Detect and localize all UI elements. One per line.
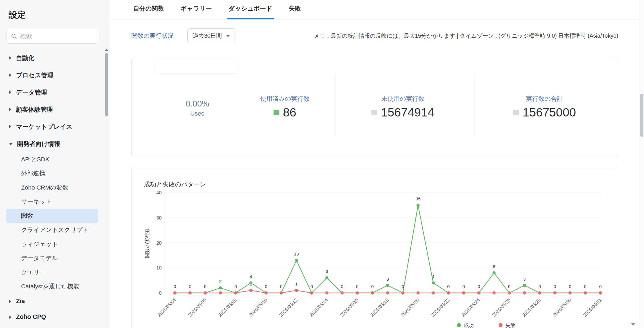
sidebar-subitem-functions[interactable]: 関数 xyxy=(6,209,98,223)
sidebar-item-customer-experience[interactable]: 顧客体験管理 xyxy=(0,101,109,118)
tab-bar: 自分の関数 ギャラリー ダッシュボード 失敗 xyxy=(109,0,644,19)
search-box[interactable] xyxy=(7,29,98,44)
chevron-right-icon xyxy=(9,73,11,77)
sidebar-subitem-api-sdk[interactable]: APIとSDK xyxy=(0,152,109,166)
svg-text:2025/05/10: 2025/05/10 xyxy=(248,297,268,317)
chart-title: 成功と失敗のパターン xyxy=(144,180,206,188)
svg-text:4: 4 xyxy=(432,274,435,279)
tab-failures[interactable]: 失敗 xyxy=(287,4,303,19)
svg-text:関数の実行数: 関数の実行数 xyxy=(144,228,150,258)
sidebar-item-automation[interactable]: 自動化 xyxy=(0,49,109,67)
page-scrollbar-thumb[interactable] xyxy=(640,94,643,137)
svg-text:0: 0 xyxy=(371,284,374,289)
sidebar-subitem-label: サーキット xyxy=(21,198,52,206)
chevron-right-icon xyxy=(9,108,11,111)
tab-dashboard[interactable]: ダッシュボード xyxy=(227,4,274,19)
tab-label: 自分の関数 xyxy=(133,5,164,12)
sidebar-subitem-widgets[interactable]: ウィジェット xyxy=(0,237,109,251)
controls-row: 関数の実行状況 過去30日間 メモ：最新の統計情報の反映には、最大15分かかりま… xyxy=(131,28,644,43)
page-scrollbar[interactable] xyxy=(639,0,644,328)
sidebar-subitem-label: Zoho CRMの変数 xyxy=(21,184,68,192)
sidebar-subitem-label: 外部連携 xyxy=(21,169,45,177)
svg-text:0: 0 xyxy=(508,284,511,289)
usage-percent: 0.00% xyxy=(186,99,209,108)
svg-text:2025/05/14: 2025/05/14 xyxy=(309,297,329,317)
sidebar-subitem-data-model[interactable]: データモデル xyxy=(0,251,109,265)
scroll-up-arrow-icon[interactable] xyxy=(105,49,108,51)
svg-text:2025/05/28: 2025/05/28 xyxy=(521,297,542,317)
svg-text:2025/05/20: 2025/05/20 xyxy=(400,297,420,317)
chevron-right-icon xyxy=(9,315,11,319)
sidebar-item-process-management[interactable]: プロセス管理 xyxy=(0,67,109,84)
sidebar-subitem-label: Catalystを通じた機能 xyxy=(21,282,79,290)
success-failure-line-chart: 010203040関数の実行数2025/05/042025/05/062025/… xyxy=(137,189,612,328)
svg-text:40: 40 xyxy=(156,190,162,196)
chevron-right-icon xyxy=(9,300,11,303)
tab-gallery[interactable]: ギャラリー xyxy=(179,4,214,19)
stat-value: 86 xyxy=(283,106,296,119)
sidebar-item-zoho-cpq[interactable]: Zoho CPQ xyxy=(0,309,109,325)
svg-text:2025/05/22: 2025/05/22 xyxy=(430,297,451,317)
svg-text:0: 0 xyxy=(569,284,571,289)
stat-title: 実行数の合計 xyxy=(513,94,576,103)
sidebar-subitem-label: APIとSDK xyxy=(21,155,49,163)
svg-text:0: 0 xyxy=(478,284,480,289)
chart-card: 成功と失敗のパターン 010203040関数の実行数2025/05/042025… xyxy=(131,167,618,328)
sidebar-subitem-queries[interactable]: クエリー xyxy=(0,265,109,279)
sidebar-item-label: データ管理 xyxy=(16,88,47,96)
usage-caption: Used xyxy=(186,110,209,117)
svg-text:2025/06/01: 2025/06/01 xyxy=(582,297,603,317)
sidebar-item-data-administration[interactable]: データ管理 xyxy=(0,84,109,101)
sidebar-subitem-client-scripts[interactable]: クライアントスクリプト xyxy=(0,223,109,237)
sidebar-subitem-circuits[interactable]: サーキット xyxy=(0,195,109,209)
sidebar-scrollbar[interactable] xyxy=(105,49,109,323)
chevron-down-icon xyxy=(226,35,230,37)
svg-text:2025/05/04: 2025/05/04 xyxy=(157,297,177,317)
svg-text:0: 0 xyxy=(310,284,313,289)
stats-note: メモ：最新の統計情報の反映には、最大15分かかります | タイムゾーン : (グ… xyxy=(314,32,618,40)
sidebar-subitem-crm-variables[interactable]: Zoho CRMの変数 xyxy=(0,180,109,195)
sidebar-subitem-label: クエリー xyxy=(21,268,45,276)
svg-text:20: 20 xyxy=(156,240,162,246)
section-label: 関数の実行状況 xyxy=(131,32,174,40)
svg-text:0: 0 xyxy=(204,284,207,289)
stats-divider xyxy=(475,74,475,136)
tab-my-functions[interactable]: 自分の関数 xyxy=(131,4,166,19)
svg-text:2025/05/16: 2025/05/16 xyxy=(339,297,359,317)
svg-text:2025/05/06: 2025/05/06 xyxy=(187,297,207,317)
stat-value: 15675000 xyxy=(523,106,576,119)
sidebar-subitem-connections[interactable]: 外部連携 xyxy=(0,166,109,181)
svg-text:0: 0 xyxy=(538,284,541,289)
tab-label: ダッシュボード xyxy=(229,5,273,12)
stats-card: 0.00% Used 使用済みの実行数 86 未使用の実行数 15674914 xyxy=(131,57,618,157)
sidebar-title: 設定 xyxy=(9,9,109,21)
svg-text:2025/05/12: 2025/05/12 xyxy=(278,297,299,317)
stat-value: 15674914 xyxy=(381,106,434,119)
svg-text:2025/05/08: 2025/05/08 xyxy=(217,297,238,317)
svg-text:13: 13 xyxy=(294,251,299,256)
sidebar-item-developer-hub[interactable]: 開発者向け情報 xyxy=(0,135,109,152)
unused-marker-square xyxy=(371,110,377,115)
chevron-right-icon xyxy=(9,56,11,60)
svg-text:3: 3 xyxy=(386,277,389,281)
stat-title: 未使用の実行数 xyxy=(371,94,434,103)
sidebar-item-marketplace[interactable]: マーケットプレイス xyxy=(0,118,109,135)
sidebar-scrollbar-thumb[interactable] xyxy=(105,53,108,116)
sidebar-subitem-label: 関数 xyxy=(21,212,33,220)
svg-text:30: 30 xyxy=(156,215,162,221)
search-input[interactable] xyxy=(20,33,94,40)
sidebar-subitem-catalyst[interactable]: Catalystを通じた機能 xyxy=(0,279,109,294)
date-range-dropdown[interactable]: 過去30日間 xyxy=(187,28,235,43)
sidebar-item-zia[interactable]: Zia xyxy=(0,293,109,309)
sidebar-item-label: プロセス管理 xyxy=(16,71,53,79)
svg-text:0: 0 xyxy=(265,284,267,289)
scroll-down-arrow-icon[interactable] xyxy=(631,323,635,326)
sidebar-menu: 自動化 プロセス管理 データ管理 顧客体験管理 マーケットプレイス 開発者向け情… xyxy=(0,49,109,325)
svg-text:2025/05/26: 2025/05/26 xyxy=(491,297,511,317)
svg-text:0: 0 xyxy=(447,284,450,289)
chevron-right-icon xyxy=(9,125,11,128)
svg-text:0: 0 xyxy=(189,284,191,289)
chevron-down-icon xyxy=(9,143,13,145)
sidebar-item-label: 自動化 xyxy=(16,54,35,62)
sidebar-subitem-label: ウィジェット xyxy=(21,240,58,248)
